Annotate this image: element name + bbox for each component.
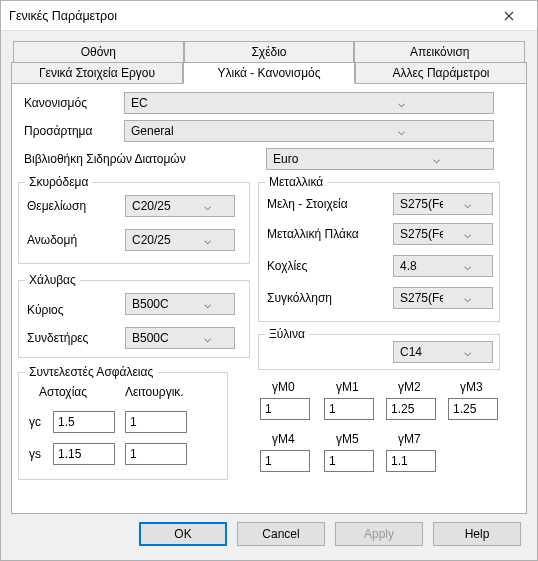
close-button[interactable] xyxy=(489,2,529,30)
gc-label: γc xyxy=(29,415,41,429)
tab-screen[interactable]: Οθόνη xyxy=(13,41,184,63)
rebar-group: Χάλυβας Κύριος B500C⌵ Συνδετήρες B500C⌵ xyxy=(18,280,250,358)
timber-combo[interactable]: C14⌵ xyxy=(393,341,493,363)
safety-legend: Συντελεστές Ασφάλειας xyxy=(25,365,157,379)
chevron-down-icon: ⌵ xyxy=(180,199,234,213)
gm1-label: γΜ1 xyxy=(336,380,359,394)
ok-button[interactable]: OK xyxy=(139,522,227,546)
gs-serv-input[interactable]: 1 xyxy=(125,443,187,465)
superstructure-combo[interactable]: C20/25⌵ xyxy=(125,229,235,251)
tab-row-2: Γενικά Στοιχεία Εργου Υλικά - Κανονισμός… xyxy=(11,62,527,84)
tab-other[interactable]: Αλλες Παράμετροι xyxy=(355,62,527,84)
gm0-label: γΜ0 xyxy=(272,380,295,394)
concrete-group: Σκυρόδεμα Θεμελίωση C20/25⌵ Ανωδομή C20/… xyxy=(18,182,250,264)
timber-legend: Ξύλινα xyxy=(265,327,309,341)
regulation-combo[interactable]: EC ⌵ xyxy=(124,92,494,114)
annex-label: Προσάρτημα xyxy=(24,124,92,138)
foundation-combo[interactable]: C20/25⌵ xyxy=(125,195,235,217)
timber-group: Ξύλινα C14⌵ xyxy=(258,334,500,370)
weld-value: S275(Fe430) xyxy=(394,291,443,305)
gs-fail-input[interactable]: 1.15 xyxy=(53,443,115,465)
members-value: S275(Fe430) xyxy=(394,197,443,211)
regulation-label: Κανονισμός xyxy=(24,96,87,110)
superstructure-label: Ανωδομή xyxy=(27,233,77,247)
tab-page-materials: Κανονισμός EC ⌵ Προσάρτημα General ⌵ Βιβ… xyxy=(11,84,527,514)
chevron-down-icon: ⌵ xyxy=(309,124,493,138)
annex-value: General xyxy=(125,124,309,138)
members-label: Μελη - Στοιχεία xyxy=(267,197,348,211)
cancel-button[interactable]: Cancel xyxy=(237,522,325,546)
chevron-down-icon: ⌵ xyxy=(443,227,492,241)
main-steel-label: Κύριος xyxy=(27,303,64,317)
tab-display[interactable]: Απεικόνιση xyxy=(354,41,525,63)
bolts-label: Κοχλίες xyxy=(267,259,307,273)
chevron-down-icon: ⌵ xyxy=(443,259,492,273)
chevron-down-icon: ⌵ xyxy=(443,197,492,211)
foundation-label: Θεμελίωση xyxy=(27,199,86,213)
gm3-label: γΜ3 xyxy=(460,380,483,394)
plate-combo[interactable]: S275(Fe430)⌵ xyxy=(393,223,493,245)
gs-label: γs xyxy=(29,447,41,461)
dialog-buttons: OK Cancel Apply Help xyxy=(11,516,527,554)
foundation-value: C20/25 xyxy=(126,199,180,213)
main-steel-value: B500C xyxy=(126,297,180,311)
superstructure-value: C20/25 xyxy=(126,233,180,247)
gc-fail-input[interactable]: 1.5 xyxy=(53,411,115,433)
library-combo[interactable]: Euro ⌵ xyxy=(266,148,494,170)
link-steel-combo[interactable]: B500C⌵ xyxy=(125,327,235,349)
bolts-value: 4.8 xyxy=(394,259,443,273)
tab-materials[interactable]: Υλικά - Κανονισμός xyxy=(183,62,355,84)
failure-label: Αστοχίας xyxy=(39,385,87,399)
metal-legend: Μεταλλικά xyxy=(265,175,327,189)
gm2-label: γΜ2 xyxy=(398,380,421,394)
help-button[interactable]: Help xyxy=(433,522,521,546)
apply-button: Apply xyxy=(335,522,423,546)
bolts-combo[interactable]: 4.8⌵ xyxy=(393,255,493,277)
safety-group: Συντελεστές Ασφάλειας Αστοχίας Λειτουργι… xyxy=(18,372,228,480)
timber-value: C14 xyxy=(394,345,443,359)
dialog-window: Γενικές Παράμετροι Οθόνη Σχέδιο Απεικόνι… xyxy=(0,0,538,561)
plate-label: Μεταλλική Πλάκα xyxy=(267,227,359,241)
library-label: Βιβλιοθήκη Σιδηρών Διατομών xyxy=(24,152,186,166)
chevron-down-icon: ⌵ xyxy=(180,233,234,247)
tab-control: Οθόνη Σχέδιο Απεικόνιση Γενικά Στοιχεία … xyxy=(11,41,527,516)
link-steel-label: Συνδετήρες xyxy=(27,331,88,345)
chevron-down-icon: ⌵ xyxy=(443,291,492,305)
window-title: Γενικές Παράμετροι xyxy=(9,9,489,23)
weld-combo[interactable]: S275(Fe430)⌵ xyxy=(393,287,493,309)
gm5-label: γΜ5 xyxy=(336,432,359,446)
client-area: Οθόνη Σχέδιο Απεικόνιση Γενικά Στοιχεία … xyxy=(1,31,537,560)
chevron-down-icon: ⌵ xyxy=(443,345,492,359)
gm4-input[interactable]: 1 xyxy=(260,450,310,472)
link-steel-value: B500C xyxy=(126,331,180,345)
gm5-input[interactable]: 1 xyxy=(324,450,374,472)
tab-project-info[interactable]: Γενικά Στοιχεία Εργου xyxy=(11,62,183,84)
members-combo[interactable]: S275(Fe430)⌵ xyxy=(393,193,493,215)
gm3-input[interactable]: 1.25 xyxy=(448,398,498,420)
plate-value: S275(Fe430) xyxy=(394,227,443,241)
weld-label: Συγκόλληση xyxy=(267,291,332,305)
service-label: Λειτουργικ. xyxy=(125,385,184,399)
gm1-input[interactable]: 1 xyxy=(324,398,374,420)
gm4-label: γΜ4 xyxy=(272,432,295,446)
metal-group: Μεταλλικά Μελη - Στοιχεία S275(Fe430)⌵ Μ… xyxy=(258,182,500,322)
tab-row-1: Οθόνη Σχέδιο Απεικόνιση xyxy=(13,41,525,63)
titlebar: Γενικές Παράμετροι xyxy=(1,1,537,31)
gm0-input[interactable]: 1 xyxy=(260,398,310,420)
gm7-input[interactable]: 1.1 xyxy=(386,450,436,472)
main-steel-combo[interactable]: B500C⌵ xyxy=(125,293,235,315)
library-value: Euro xyxy=(267,152,380,166)
chevron-down-icon: ⌵ xyxy=(380,152,493,166)
gc-serv-input[interactable]: 1 xyxy=(125,411,187,433)
regulation-value: EC xyxy=(125,96,309,110)
annex-combo[interactable]: General ⌵ xyxy=(124,120,494,142)
tab-drawing[interactable]: Σχέδιο xyxy=(184,41,355,63)
concrete-legend: Σκυρόδεμα xyxy=(25,175,92,189)
rebar-legend: Χάλυβας xyxy=(25,273,80,287)
chevron-down-icon: ⌵ xyxy=(309,96,493,110)
chevron-down-icon: ⌵ xyxy=(180,331,234,345)
gm7-label: γΜ7 xyxy=(398,432,421,446)
gm2-input[interactable]: 1.25 xyxy=(386,398,436,420)
close-icon xyxy=(504,11,514,21)
chevron-down-icon: ⌵ xyxy=(180,297,234,311)
